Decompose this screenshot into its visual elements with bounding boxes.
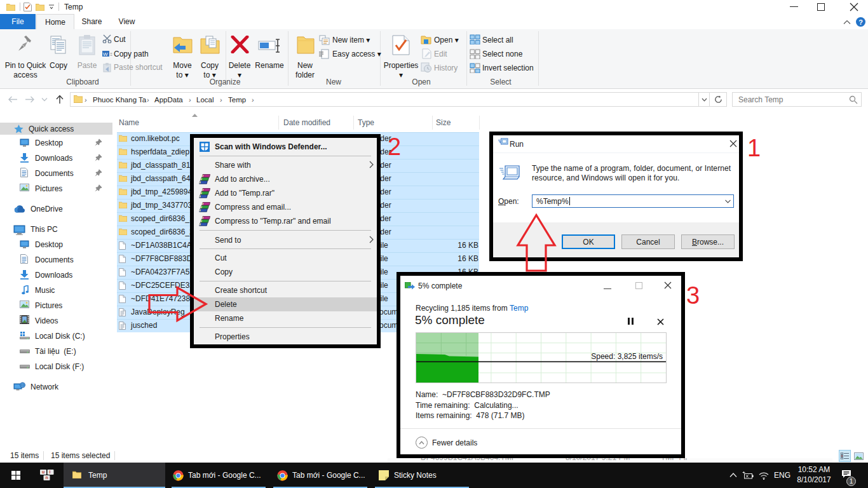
svg-text:u: u [42,470,44,474]
svg-text:n: n [46,475,48,480]
svg-text:W: W [103,51,108,57]
svg-text:Speed: 3,825 items/s: Speed: 3,825 items/s [591,352,663,361]
svg-text:i: i [50,470,51,474]
